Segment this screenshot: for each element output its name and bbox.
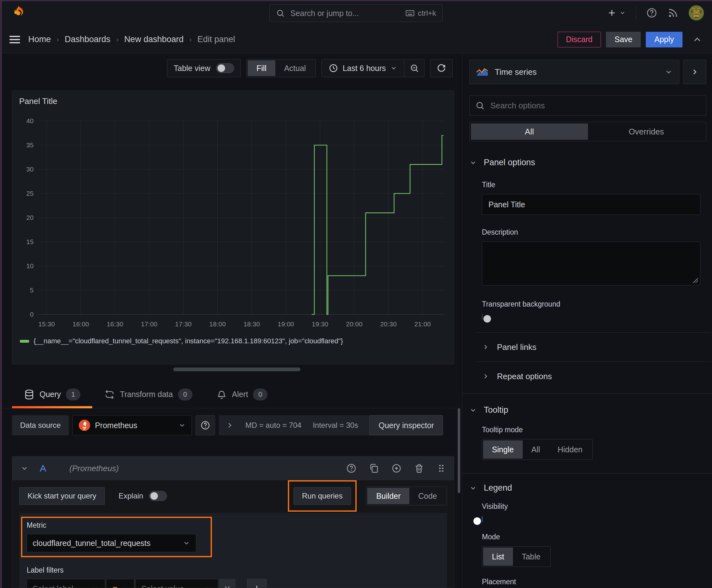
tab-transform-data[interactable]: Transform data 0 — [92, 381, 204, 408]
table-view-toggle[interactable] — [216, 63, 234, 73]
delete-query-icon[interactable] — [414, 463, 425, 474]
explain-toggle[interactable] — [149, 491, 167, 501]
datasource-help-button[interactable] — [196, 415, 215, 435]
shortcut-hint: ctrl+k — [405, 9, 436, 18]
mode-list-option[interactable]: List — [483, 547, 513, 566]
tooltip-hidden-option[interactable]: Hidden — [549, 440, 591, 459]
options-search[interactable] — [469, 96, 706, 115]
breadcrumb-dashboards[interactable]: Dashboards — [65, 35, 110, 44]
kick-start-query-button[interactable]: Kick start your query — [19, 487, 105, 505]
drag-handle-icon[interactable] — [436, 463, 446, 474]
tab-alert[interactable]: Alert 0 — [204, 381, 279, 408]
panel-links-section[interactable]: Panel links — [482, 333, 706, 361]
visualization-name: Time series — [495, 67, 658, 77]
global-search-input[interactable] — [290, 8, 400, 18]
table-view-label: Table view — [174, 64, 210, 73]
discard-button[interactable]: Discard — [558, 32, 601, 47]
top-nav: ctrl+k — [0, 0, 712, 26]
repeat-options-section[interactable]: Repeat options — [482, 362, 706, 391]
select-value-dropdown[interactable]: Select value — [135, 579, 218, 588]
query-help-icon[interactable] — [346, 463, 357, 474]
new-button[interactable] — [607, 8, 626, 18]
breadcrumb-separator: › — [189, 35, 192, 44]
menu-icon[interactable] — [9, 36, 20, 43]
window-edge-top — [0, 0, 712, 1]
breadcrumb-new-dashboard[interactable]: New dashboard — [124, 35, 184, 44]
datasource-picker[interactable]: Prometheus — [72, 415, 192, 435]
collapse-options-icon[interactable] — [692, 34, 703, 45]
apply-button[interactable]: Apply — [646, 32, 683, 47]
panel-title-input[interactable] — [482, 194, 700, 215]
timeseries-chart[interactable]: 051015202530354015:3016:0016:3017:0017:3… — [17, 117, 449, 330]
time-range-picker[interactable]: Last 6 hours — [322, 59, 404, 77]
panel-resize-handle[interactable] — [173, 368, 300, 371]
chevron-down-icon — [469, 159, 477, 166]
tab-all-options[interactable]: All — [471, 123, 588, 140]
code-option[interactable]: Code — [409, 488, 446, 504]
grafana-logo-icon[interactable] — [10, 5, 26, 21]
prometheus-icon — [79, 419, 90, 431]
interval-stat: Interval = 30s — [313, 421, 358, 430]
tooltip-header[interactable]: Tooltip — [469, 405, 706, 415]
shortcut-label: ctrl+k — [418, 9, 436, 18]
svg-text:16:00: 16:00 — [72, 320, 89, 328]
textarea-resize-icon[interactable] — [692, 277, 698, 283]
news-icon[interactable] — [667, 7, 679, 19]
fill-option[interactable]: Fill — [248, 60, 275, 76]
mode-table-option[interactable]: Table — [513, 547, 549, 566]
help-icon[interactable] — [646, 7, 657, 19]
run-queries-wrap: Run queries — [294, 487, 351, 505]
left-pane-scrollbar[interactable] — [458, 408, 460, 493]
label-filters-row: Select label = Select value — [27, 579, 439, 588]
add-filter-button[interactable] — [247, 579, 266, 588]
avatar[interactable] — [689, 5, 704, 20]
topnav-actions — [607, 5, 704, 20]
chevron-down-icon — [619, 10, 626, 16]
zoom-out-time-button[interactable] — [404, 59, 424, 77]
query-editor: A (Prometheus) — [12, 456, 454, 588]
save-button[interactable]: Save — [606, 32, 641, 47]
query-inspector-button[interactable]: Query inspector — [369, 415, 443, 435]
refresh-button[interactable] — [430, 59, 453, 77]
tooltip-title: Tooltip — [484, 405, 508, 415]
chart-legend[interactable]: {__name__="cloudflared_tunnel_total_requ… — [20, 337, 343, 345]
legend-header[interactable]: Legend — [469, 483, 706, 493]
transparent-background-toggle[interactable] — [482, 314, 482, 320]
svg-text:20:00: 20:00 — [346, 320, 363, 328]
operator-dropdown[interactable]: = — [106, 579, 134, 588]
close-icon — [223, 585, 231, 588]
disable-query-icon[interactable] — [391, 463, 402, 474]
panel-title[interactable]: Panel Title — [19, 97, 57, 106]
options-tabs: All Overrides — [469, 122, 706, 141]
tooltip-all-option[interactable]: All — [523, 440, 549, 459]
duplicate-query-icon[interactable] — [369, 463, 379, 474]
panel-description-textarea[interactable] — [482, 241, 700, 286]
metric-select[interactable]: cloudflared_tunnel_total_requests — [27, 534, 196, 552]
panel-options-header[interactable]: Panel options — [469, 158, 706, 167]
breadcrumb-bar: Home › Dashboards › New dashboard › Edit… — [0, 26, 712, 54]
breadcrumb-home[interactable]: Home — [28, 35, 51, 44]
svg-text:15:30: 15:30 — [38, 320, 55, 328]
tooltip-single-option[interactable]: Single — [483, 440, 523, 459]
global-search[interactable]: ctrl+k — [269, 4, 443, 22]
tab-transform-label: Transform data — [120, 390, 173, 399]
description-label: Description — [482, 228, 706, 236]
query-editor-header[interactable]: A (Prometheus) — [12, 456, 454, 480]
tab-overrides[interactable]: Overrides — [588, 123, 705, 140]
select-label-dropdown[interactable]: Select label — [27, 579, 105, 588]
options-search-input[interactable] — [490, 101, 700, 111]
builder-option[interactable]: Builder — [367, 488, 409, 504]
clock-icon — [329, 63, 338, 73]
actual-option[interactable]: Actual — [275, 60, 315, 76]
legend-title: Legend — [484, 483, 512, 493]
chevron-down-icon[interactable] — [20, 464, 28, 472]
remove-filter-button[interactable] — [219, 579, 235, 588]
options-sidebar: Time series All Overrides Panel options … — [462, 54, 712, 588]
legend-series-label[interactable]: {__name__="cloudflared_tunnel_total_requ… — [34, 337, 343, 345]
toggle-viz-suggestions-button[interactable] — [683, 60, 706, 84]
legend-visibility-toggle[interactable] — [482, 516, 482, 522]
chevron-right-icon[interactable] — [226, 421, 234, 429]
run-queries-button[interactable]: Run queries — [294, 487, 351, 505]
visualization-picker[interactable]: Time series — [469, 60, 679, 84]
tab-query[interactable]: Query 1 — [12, 381, 92, 408]
